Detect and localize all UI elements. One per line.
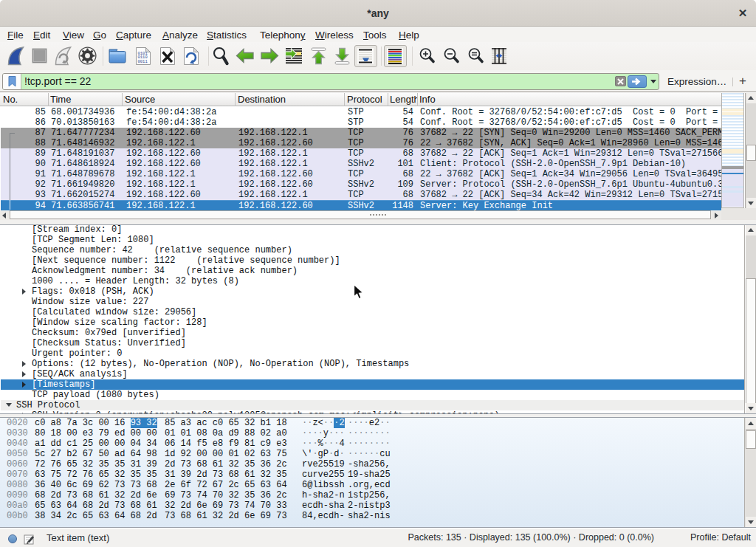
svg-text:0011: 0011 [138,59,148,64]
